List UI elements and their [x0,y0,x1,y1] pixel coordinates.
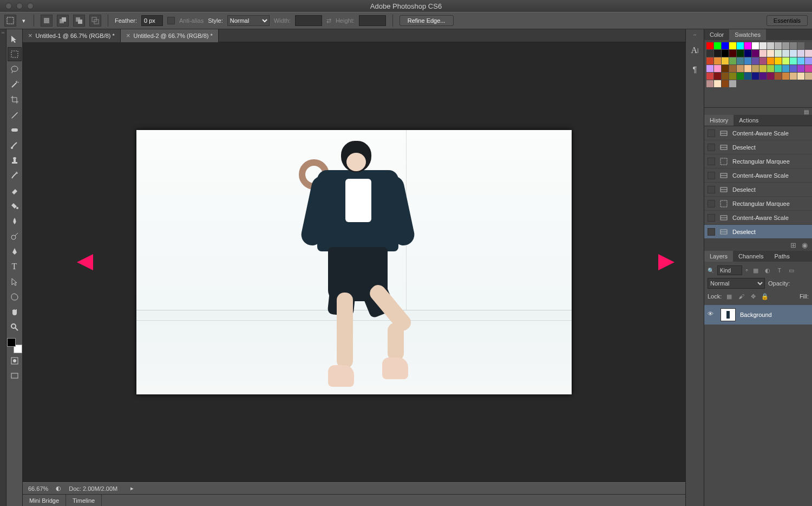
swatch[interactable] [759,42,767,49]
filter-pixel-icon[interactable]: ▦ [751,266,760,275]
swatch[interactable] [714,57,721,64]
history-item[interactable]: Deselect [704,183,812,197]
swatch[interactable] [752,73,759,80]
layer-thumbnail[interactable] [721,308,736,321]
history-tab[interactable]: History [704,115,734,126]
swatch[interactable] [714,50,721,57]
history-visibility-checkbox[interactable] [708,186,715,193]
swatch[interactable] [714,42,721,49]
dodge-tool-icon[interactable] [8,229,22,243]
swatch[interactable] [752,57,759,64]
add-selection-icon[interactable] [57,15,69,27]
minimize-window-icon[interactable] [16,3,23,9]
swatch[interactable] [775,42,782,49]
swatch[interactable] [737,42,744,49]
swatch[interactable] [775,57,782,64]
blend-mode-select[interactable]: Normal [708,278,765,289]
lock-move-icon[interactable]: ✥ [749,292,757,301]
feather-input[interactable] [141,15,163,26]
swatch[interactable] [722,80,729,87]
channels-tab[interactable]: Channels [733,251,769,262]
layer-item[interactable]: 👁 Background [704,305,812,325]
swatch[interactable] [775,73,782,80]
swatch[interactable] [797,73,804,80]
swatch[interactable] [744,57,751,64]
workspace-essentials-button[interactable]: Essentials [767,15,808,26]
move-tool-icon[interactable] [8,32,22,46]
swatch[interactable] [790,42,797,49]
swatch[interactable] [790,50,797,57]
swatch[interactable] [782,42,789,49]
swatch[interactable] [714,73,721,80]
swatch[interactable] [729,73,736,80]
swatch[interactable] [797,65,804,72]
subtract-selection-icon[interactable] [73,15,85,27]
swatch[interactable] [759,65,767,72]
swatch[interactable] [797,50,804,57]
swatch[interactable] [706,65,713,72]
history-visibility-checkbox[interactable] [708,129,715,137]
swatch[interactable] [744,42,751,49]
swatch[interactable] [752,65,759,72]
swatch[interactable] [759,50,767,57]
swatch[interactable] [775,50,782,57]
history-item[interactable]: Rectangular Marquee [704,154,812,168]
fg-bg-colors[interactable] [7,338,22,353]
swatch[interactable] [782,57,789,64]
history-visibility-checkbox[interactable] [708,214,715,222]
close-tab-icon[interactable]: × [126,31,130,40]
lasso-tool-icon[interactable] [8,62,22,76]
swatch[interactable] [782,50,789,57]
swatch[interactable] [706,80,713,87]
swatch[interactable] [767,42,774,49]
swatch[interactable] [722,50,729,57]
history-item[interactable]: Content-Aware Scale [704,211,812,225]
swatch[interactable] [782,65,789,72]
swatch[interactable] [737,65,744,72]
swatch[interactable] [744,73,751,80]
history-visibility-checkbox[interactable] [708,200,715,207]
swatch[interactable] [729,50,736,57]
canvas[interactable] [136,130,572,394]
minibridge-tab[interactable]: Mini Bridge [23,495,66,507]
tool-preset-dropdown-icon[interactable]: ▾ [21,17,27,24]
swatch[interactable] [790,73,797,80]
hand-tool-icon[interactable] [8,305,22,319]
history-visibility-checkbox[interactable] [708,144,715,151]
blur-tool-icon[interactable] [8,214,22,228]
brush-tool-icon[interactable] [8,138,22,152]
swatch[interactable] [752,50,759,57]
refine-edge-button[interactable]: Refine Edge... [400,15,454,26]
swatch[interactable] [805,73,812,80]
swatch[interactable] [714,80,721,87]
status-preview-icon[interactable]: ◐ [56,485,61,492]
swatch[interactable] [797,57,804,64]
new-snapshot-icon[interactable]: ⊞ [790,241,796,249]
screenmode-icon[interactable] [8,369,22,383]
character-panel-icon[interactable]: A| [689,44,701,56]
lock-brush-icon[interactable]: 🖌 [737,292,745,301]
swatch[interactable] [759,73,767,80]
swatch[interactable] [706,57,713,64]
swatch[interactable] [714,65,721,72]
status-menu-icon[interactable]: ▸ [130,485,134,492]
swatch[interactable] [767,73,774,80]
canvas-viewport[interactable] [23,42,685,482]
history-item[interactable]: Rectangular Marquee [704,197,812,211]
intersect-selection-icon[interactable] [89,15,101,27]
eyedropper-tool-icon[interactable] [8,108,22,122]
new-selection-icon[interactable] [41,15,53,27]
filter-adjust-icon[interactable]: ◐ [763,266,772,275]
swatch[interactable] [752,42,759,49]
swatch[interactable] [805,65,812,72]
history-item[interactable]: Content-Aware Scale [704,168,812,183]
swatch[interactable] [797,42,804,49]
history-visibility-checkbox[interactable] [708,158,715,165]
document-tab-1[interactable]: × Untitled-1 @ 66.7% (RGB/8) * [23,29,121,42]
history-item[interactable]: Deselect [704,225,812,239]
style-select[interactable]: Normal [227,15,270,26]
eraser-tool-icon[interactable] [8,184,22,198]
history-item[interactable]: Content-Aware Scale [704,126,812,140]
color-tab[interactable]: Color [704,29,729,40]
swatch[interactable] [706,73,713,80]
